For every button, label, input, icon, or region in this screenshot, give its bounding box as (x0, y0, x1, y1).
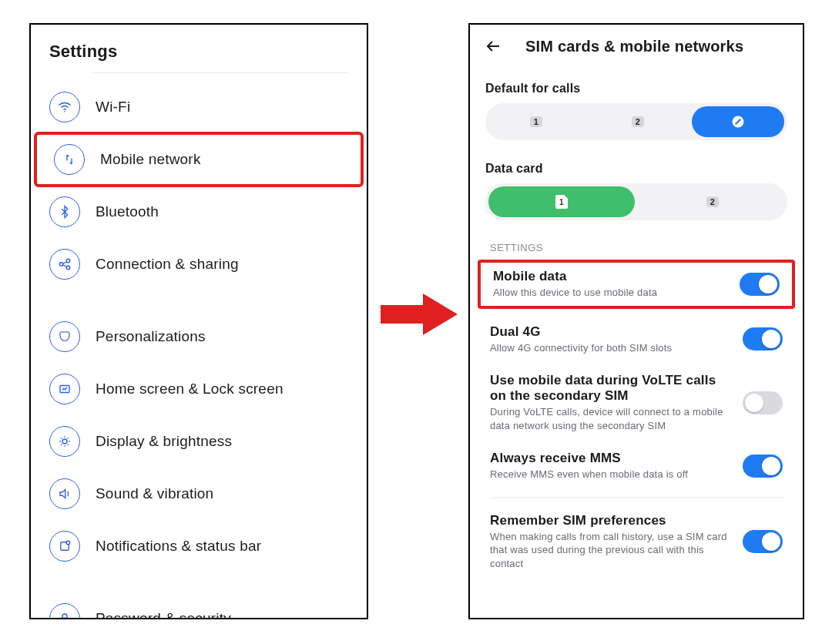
row-title: Remember SIM preferences (490, 513, 732, 528)
row-subtitle: Allow 4G connectivity for both SIM slots (490, 341, 732, 355)
lock-icon (49, 603, 80, 619)
settings-item-label: Personalizations (96, 328, 348, 345)
sim-card-icon: 1 (555, 195, 568, 209)
calls-option-1[interactable]: 1 (485, 103, 587, 140)
settings-item-mobile-network[interactable]: Mobile network (35, 133, 362, 186)
settings-item-password-security[interactable]: Password & security (31, 592, 367, 619)
sound-icon (49, 478, 80, 509)
row-always-mms[interactable]: Always receive MMS Receive MMS even when… (470, 441, 803, 491)
settings-list: Wi-Fi Mobile network Bluetooth Connectio… (31, 73, 367, 619)
svg-rect-8 (62, 618, 69, 619)
settings-section-header: SETTINGS (470, 222, 803, 260)
wifi-icon (49, 92, 80, 122)
no-sim-icon (730, 114, 746, 129)
row-text: Dual 4G Allow 4G connectivity for both S… (490, 324, 732, 355)
svg-point-2 (66, 259, 70, 263)
row-subtitle: When making calls from call history, use… (490, 530, 732, 571)
connection-sharing-icon (49, 249, 80, 280)
toggle-always-mms[interactable] (743, 454, 783, 478)
data-option-2[interactable]: 2 (638, 183, 787, 220)
data-card-label: Data card (485, 162, 787, 176)
svg-point-1 (59, 263, 63, 267)
settings-item-notifications[interactable]: Notifications & status bar (31, 520, 367, 572)
arrow-icon (381, 291, 458, 337)
calls-option-ask[interactable] (692, 106, 784, 137)
sim-2-chip: 2 (632, 116, 644, 127)
page-title: SIM cards & mobile networks (502, 38, 789, 55)
settings-item-personalizations[interactable]: Personalizations (31, 310, 367, 363)
group-gap (31, 290, 367, 310)
svg-point-0 (64, 111, 65, 112)
svg-point-7 (66, 541, 70, 545)
row-remember-sim[interactable]: Remember SIM preferences When making cal… (470, 504, 803, 580)
toggle-dual-4g[interactable] (743, 327, 783, 351)
row-subtitle: Allow this device to use mobile data (493, 286, 729, 300)
divider (490, 497, 783, 498)
settings-item-sound-vibration[interactable]: Sound & vibration (31, 468, 367, 520)
row-volte-data[interactable]: Use mobile data during VoLTE calls on th… (470, 364, 803, 441)
right-header: SIM cards & mobile networks (470, 25, 803, 63)
row-subtitle: Receive MMS even when mobile data is off (490, 468, 732, 481)
settings-item-label: Connection & sharing (96, 256, 348, 273)
svg-point-3 (66, 266, 70, 270)
row-title: Dual 4G (490, 324, 732, 340)
personalizations-icon (49, 321, 80, 352)
bluetooth-icon (49, 196, 80, 227)
settings-title: Settings (31, 25, 367, 72)
row-subtitle: During VoLTE calls, device will connect … (490, 405, 732, 432)
row-text: Mobile data Allow this device to use mob… (493, 269, 729, 300)
settings-item-label: Mobile network (100, 151, 344, 168)
sim-2-chip: 2 (706, 196, 719, 207)
default-calls-section: Default for calls 1 2 (470, 74, 803, 142)
back-button[interactable] (484, 37, 502, 55)
default-calls-selector: 1 2 (485, 103, 787, 140)
settings-item-label: Display & brightness (96, 433, 348, 450)
row-dual-4g[interactable]: Dual 4G Allow 4G connectivity for both S… (470, 309, 803, 364)
default-calls-label: Default for calls (485, 82, 787, 96)
row-title: Always receive MMS (490, 451, 732, 466)
row-text: Always receive MMS Receive MMS even when… (490, 451, 732, 481)
brightness-icon (49, 426, 80, 457)
settings-item-label: Bluetooth (96, 203, 348, 220)
row-text: Use mobile data during VoLTE calls on th… (490, 373, 732, 432)
toggle-mobile-data[interactable] (740, 273, 780, 296)
settings-item-display-brightness[interactable]: Display & brightness (31, 415, 367, 468)
settings-item-label: Notifications & status bar (96, 538, 348, 555)
row-text: Remember SIM preferences When making cal… (490, 513, 732, 571)
settings-item-wifi[interactable]: Wi-Fi (31, 81, 367, 133)
left-phone: Settings Wi-Fi Mobile network Bluetooth (29, 23, 368, 619)
row-title: Use mobile data during VoLTE calls on th… (490, 373, 732, 404)
settings-item-label: Wi-Fi (96, 99, 348, 116)
svg-marker-9 (381, 293, 458, 335)
notification-icon (49, 531, 80, 562)
mobile-network-icon (54, 144, 85, 175)
settings-item-home-lock[interactable]: Home screen & Lock screen (31, 363, 367, 415)
settings-item-label: Sound & vibration (96, 485, 348, 502)
group-gap (31, 572, 367, 592)
right-phone: SIM cards & mobile networks Default for … (468, 23, 804, 619)
calls-option-2[interactable]: 2 (587, 103, 689, 140)
settings-item-bluetooth[interactable]: Bluetooth (31, 186, 367, 238)
data-card-selector: 1 2 (485, 183, 787, 220)
sim-1-chip: 1 (530, 116, 542, 127)
toggle-volte-data[interactable] (743, 391, 783, 414)
data-option-1[interactable]: 1 (488, 186, 635, 217)
svg-point-5 (62, 439, 67, 444)
settings-item-label: Home screen & Lock screen (96, 381, 348, 397)
toggle-remember-sim[interactable] (743, 530, 783, 553)
row-title: Mobile data (493, 269, 729, 284)
settings-item-label: Password & security (96, 610, 348, 619)
row-mobile-data[interactable]: Mobile data Allow this device to use mob… (478, 260, 795, 309)
home-lock-icon (49, 374, 80, 404)
data-card-section: Data card 1 2 (470, 154, 803, 222)
settings-item-connection-sharing[interactable]: Connection & sharing (31, 238, 367, 290)
